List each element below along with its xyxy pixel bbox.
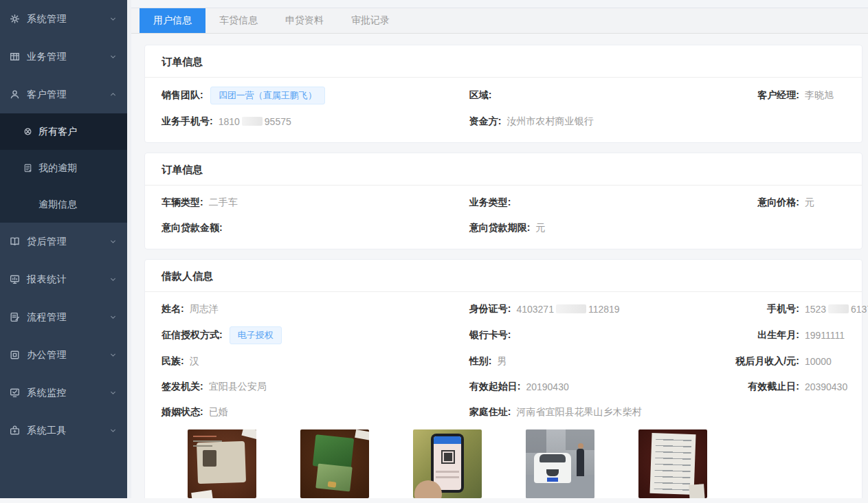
order-info-card-2: 订单信息 车辆类型: 二手车 业务类型: 意向价格: 元: [144, 153, 863, 249]
sidebar-item-label: 办公管理: [27, 349, 109, 361]
wheel-icon: [23, 126, 33, 137]
field-valid-from: 有效起始日: 20190430: [469, 379, 722, 395]
customer-submenu: 所有客户 我的逾期 逾期信息: [0, 113, 127, 223]
chevron-down-icon: [109, 388, 118, 397]
license-booklet-photo-thumbnail[interactable]: [300, 429, 369, 498]
sidebar: 系统管理 业务管理 客户管理 所有客户 我的逾期 逾期信息: [0, 0, 127, 503]
submenu-item-my-overdue[interactable]: 我的逾期: [0, 150, 127, 186]
attachment-thumbnails: 身份证 驾驶证照片 授权截图: [162, 429, 845, 503]
submenu-item-label: 逾期信息: [38, 199, 77, 211]
field-mobile-number: 手机号: 15236137: [722, 301, 845, 317]
phone-qr-screenshot-thumbnail[interactable]: [413, 429, 482, 498]
sidebar-item-report-statistics[interactable]: 报表统计: [0, 260, 127, 298]
field-intended-price: 意向价格: 元: [722, 194, 845, 211]
submenu-item-overdue-info[interactable]: 逾期信息: [0, 186, 127, 223]
field-valid-until: 有效截止日: 20390430: [722, 379, 845, 395]
sidebar-item-label: 系统工具: [27, 425, 109, 437]
toolbox-icon: [9, 425, 21, 436]
sidebar-item-label: 流程管理: [27, 311, 109, 324]
chevron-down-icon: [109, 350, 118, 359]
field-birth-date: 出生年月: 19911111: [722, 327, 845, 344]
field-marital-status: 婚姻状态: 已婚: [162, 404, 469, 421]
tab-bar: 用户信息 车贷信息 申贷资料 审批记录: [131, 8, 868, 34]
submenu-item-all-customers[interactable]: 所有客户: [0, 113, 127, 150]
user-icon: [9, 89, 21, 100]
field-business-phone: 业务手机号: 181095575: [162, 113, 469, 130]
field-intended-loan-amount: 意向贷款金额:: [162, 220, 469, 236]
field-gender: 性别: 男: [469, 353, 722, 370]
tab-approval-records[interactable]: 审批记录: [337, 8, 403, 33]
sidebar-item-office-management[interactable]: 办公管理: [0, 336, 127, 374]
chevron-down-icon: [109, 313, 118, 322]
sidebar-item-label: 业务管理: [27, 51, 109, 63]
chevron-down-icon: [109, 237, 118, 246]
sidebar-content-divider: [127, 0, 131, 503]
chevron-down-icon: [109, 275, 118, 284]
chevron-down-icon: [109, 14, 118, 23]
masked-digits: [556, 304, 586, 313]
monitor-check-icon: [9, 387, 21, 399]
tab-loan-application-materials[interactable]: 申贷资料: [271, 8, 337, 33]
card-title: 借款人信息: [145, 260, 862, 292]
field-sales-team: 销售团队: 四团一营（直属王鹏飞）: [162, 87, 469, 104]
order-info-card-1: 订单信息 销售团队: 四团一营（直属王鹏飞） 区域: 客户经理: 李晓旭: [144, 45, 863, 143]
gear-icon: [9, 13, 21, 25]
sidebar-item-label: 系统管理: [27, 13, 109, 25]
e-auth-tag[interactable]: 电子授权: [230, 326, 282, 344]
sidebar-item-system-tools[interactable]: 系统工具: [0, 412, 127, 449]
field-region: 区域:: [469, 87, 722, 104]
submenu-item-label: 所有客户: [38, 126, 77, 138]
field-issuing-authority: 签发机关: 宜阳县公安局: [162, 379, 469, 395]
top-strip: [131, 0, 868, 8]
card-title: 订单信息: [145, 153, 862, 186]
sidebar-item-customer-management[interactable]: 客户管理: [0, 76, 127, 113]
doc-icon: [23, 163, 33, 173]
sales-team-tag[interactable]: 四团一营（直属王鹏飞）: [210, 87, 325, 104]
field-business-type: 业务类型:: [469, 194, 722, 211]
sidebar-item-postloan-management[interactable]: 贷后管理: [0, 223, 127, 260]
borrower-info-card: 借款人信息 姓名: 周志洋 身份证号: 4103271112819 手机号: 1…: [144, 259, 863, 503]
field-monthly-income: 税后月收入/元: 10000: [722, 353, 845, 370]
bottom-edge-strip: [0, 498, 868, 503]
field-credit-auth-method: 征信授权方式: 电子授权: [162, 326, 469, 344]
sidebar-item-label: 报表统计: [27, 273, 109, 286]
sidebar-item-label: 系统监控: [27, 387, 109, 399]
person-with-car-photo-thumbnail[interactable]: [526, 429, 594, 498]
sidebar-item-system-monitor[interactable]: 系统监控: [0, 374, 127, 412]
field-fund-provider: 资金方: 汝州市农村商业银行: [469, 113, 722, 130]
sidebar-item-process-management[interactable]: 流程管理: [0, 298, 127, 336]
field-home-address: 家庭住址: 河南省宜阳县花果山乡木柴村: [469, 404, 722, 421]
field-vehicle-type: 车辆类型: 二手车: [162, 194, 469, 211]
field-name: 姓名: 周志洋: [162, 301, 469, 317]
id-card-photo-thumbnail[interactable]: [188, 429, 256, 498]
chevron-down-icon: [109, 426, 118, 435]
field-id-number: 身份证号: 4103271112819: [469, 301, 722, 317]
grid-icon: [9, 51, 21, 63]
office-icon: [9, 349, 21, 361]
masked-digits: [242, 117, 263, 126]
book-icon: [9, 236, 21, 247]
sidebar-item-label: 客户管理: [27, 89, 109, 101]
field-intended-loan-term: 意向贷款期限: 元: [469, 220, 722, 236]
main-content: 用户信息 车贷信息 申贷资料 审批记录 订单信息 销售团队: 四团一营（直属王鹏…: [131, 0, 868, 503]
handwritten-document-photo-thumbnail[interactable]: [638, 429, 707, 498]
sidebar-item-business-management[interactable]: 业务管理: [0, 38, 127, 76]
chevron-up-icon: [109, 90, 118, 99]
monitor-icon: [9, 273, 21, 285]
field-ethnicity: 民族: 汉: [162, 353, 469, 370]
card-title: 订单信息: [145, 45, 862, 78]
flow-icon: [9, 311, 21, 323]
masked-digits: [828, 304, 849, 313]
chevron-down-icon: [109, 52, 118, 61]
tab-car-loan-info[interactable]: 车贷信息: [205, 8, 271, 33]
sidebar-item-label: 贷后管理: [27, 236, 109, 248]
tab-user-info[interactable]: 用户信息: [140, 8, 205, 33]
submenu-item-label: 我的逾期: [38, 162, 77, 175]
field-bank-card-number: 银行卡号:: [469, 327, 722, 344]
sidebar-item-system-management[interactable]: 系统管理: [0, 0, 127, 38]
field-account-manager: 客户经理: 李晓旭: [722, 87, 845, 104]
